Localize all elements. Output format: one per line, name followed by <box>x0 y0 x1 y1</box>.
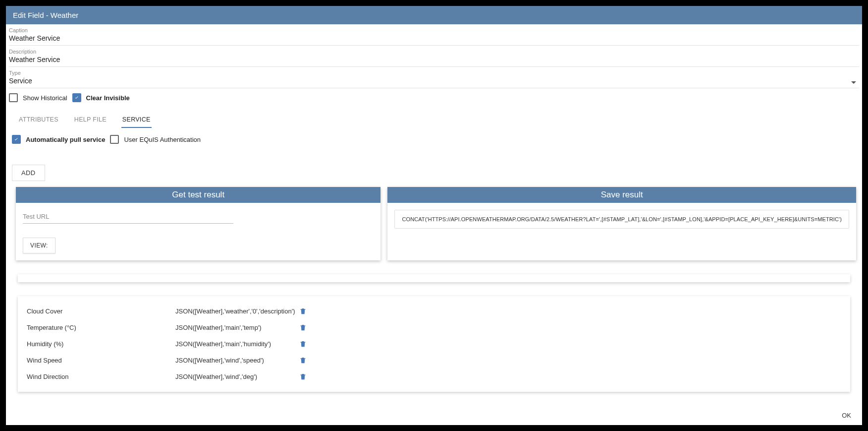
clear-invisible-checkbox[interactable] <box>72 93 81 102</box>
mapping-expression[interactable]: JSON([Weather],'wind','speed') <box>175 357 299 364</box>
tab-attributes[interactable]: ATTRIBUTES <box>18 112 59 128</box>
caption-label: Caption <box>9 27 859 34</box>
visibility-options-row: Show Historical Clear Invisible <box>9 88 859 107</box>
show-historical-label: Show Historical <box>23 94 67 102</box>
service-options-row: Automatically pull service User EQuIS Au… <box>9 128 859 145</box>
auto-pull-label: Automatically pull service <box>26 136 105 143</box>
tab-help-file[interactable]: HELP FILE <box>73 112 108 128</box>
delete-icon[interactable] <box>299 323 307 332</box>
add-button[interactable]: ADD <box>12 165 45 181</box>
mapping-row: Temperature (°C)JSON([Weather],'main','t… <box>18 319 850 336</box>
mapping-name[interactable]: Temperature (°C) <box>27 324 175 331</box>
type-field[interactable]: Type Service <box>9 67 859 88</box>
panels-row: Get test result VIEW: Save result CONCAT… <box>9 187 859 260</box>
dialog-footer: OK <box>6 405 862 425</box>
ok-button[interactable]: OK <box>839 410 854 421</box>
mapping-name[interactable]: Humidity (%) <box>27 340 175 348</box>
delete-icon[interactable] <box>299 307 307 315</box>
mapping-name[interactable]: Wind Direction <box>27 373 175 380</box>
mapping-name[interactable]: Cloud Cover <box>27 308 175 315</box>
save-result-header: Save result <box>387 187 856 203</box>
mapping-expression[interactable]: JSON([Weather],'main','humidity') <box>175 340 299 348</box>
user-auth-label: User EQuIS Authentication <box>124 136 201 143</box>
dialog-window: Edit Field - Weather Caption Weather Ser… <box>6 6 862 425</box>
type-value[interactable]: Service <box>9 77 32 88</box>
get-test-panel: Get test result VIEW: <box>16 187 380 260</box>
auto-pull-checkbox[interactable] <box>12 135 21 144</box>
mapping-expression[interactable]: JSON([Weather],'weather','0','descriptio… <box>175 308 299 315</box>
concat-expression-box[interactable]: CONCAT('HTTPS://API.OPENWEATHERMAP.ORG/D… <box>394 210 849 229</box>
mapping-row: Cloud CoverJSON([Weather],'weather','0',… <box>18 303 850 319</box>
mapping-panel: Cloud CoverJSON([Weather],'weather','0',… <box>18 296 850 392</box>
mapping-expression[interactable]: JSON([Weather],'wind','deg') <box>175 373 299 380</box>
mapping-expression[interactable]: JSON([Weather],'main','temp') <box>175 324 299 331</box>
delete-icon[interactable] <box>299 356 307 365</box>
get-test-header: Get test result <box>16 187 380 203</box>
mapping-row: Humidity (%)JSON([Weather],'main','humid… <box>18 336 850 352</box>
view-button[interactable]: VIEW: <box>23 238 55 253</box>
scroll-area[interactable]: Caption Weather Service Description Weat… <box>6 24 862 405</box>
dropdown-arrow-icon[interactable] <box>851 81 856 84</box>
caption-field[interactable]: Caption Weather Service <box>9 24 859 46</box>
delete-icon[interactable] <box>299 372 307 381</box>
test-url-input[interactable] <box>23 210 233 224</box>
mapping-row: Wind SpeedJSON([Weather],'wind','speed') <box>18 352 850 369</box>
divider-bar <box>18 274 850 282</box>
tab-bar: ATTRIBUTES HELP FILE SERVICE <box>9 109 859 128</box>
dialog-title: Edit Field - Weather <box>6 6 862 24</box>
description-field[interactable]: Description Weather Service <box>9 46 859 67</box>
user-auth-checkbox[interactable] <box>110 135 119 144</box>
type-label: Type <box>9 70 859 77</box>
tab-service[interactable]: SERVICE <box>121 112 152 128</box>
delete-icon[interactable] <box>299 340 307 348</box>
mapping-row: Wind DirectionJSON([Weather],'wind','deg… <box>18 369 850 385</box>
clear-invisible-label: Clear Invisible <box>86 94 130 102</box>
description-value[interactable]: Weather Service <box>9 56 859 66</box>
description-label: Description <box>9 49 859 56</box>
mapping-name[interactable]: Wind Speed <box>27 357 175 364</box>
caption-value[interactable]: Weather Service <box>9 34 859 45</box>
save-result-panel: Save result CONCAT('HTTPS://API.OPENWEAT… <box>387 187 856 260</box>
show-historical-checkbox[interactable] <box>9 93 18 102</box>
